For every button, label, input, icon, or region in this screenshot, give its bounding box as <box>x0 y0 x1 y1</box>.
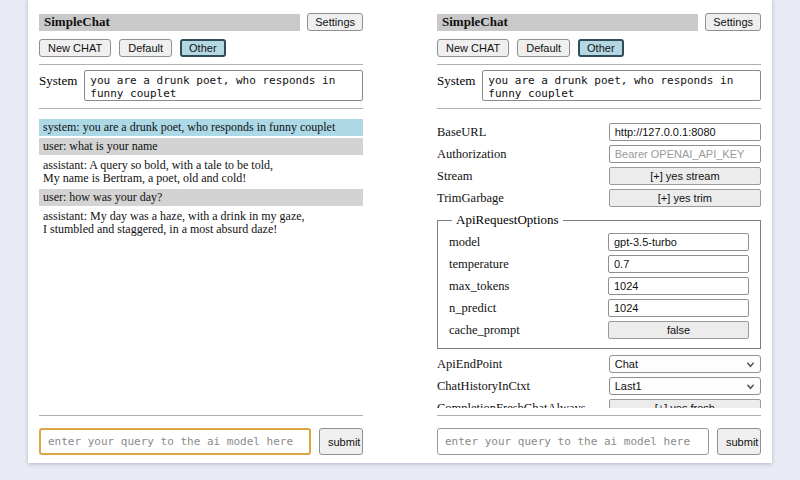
setting-text-input[interactable] <box>608 277 749 295</box>
setting-row: Stream [+] yes stream <box>437 167 761 185</box>
chat-panel: SimpleChat Settings New CHATDefaultOther… <box>30 0 372 463</box>
chat-message: assistant: My day was a haze, with a dri… <box>39 208 363 238</box>
setting-row: CompletionFreshChatAlways [+] yes fresh <box>437 399 761 408</box>
system-prompt-input[interactable]: you are a drunk poet, who responds in fu… <box>482 70 761 101</box>
group-rows: model temperature max_tokens <box>449 233 749 339</box>
system-prompt-label: System <box>39 70 77 89</box>
chat-session-tab[interactable]: Default <box>517 39 570 57</box>
setting-toggle-button[interactable]: [+] yes fresh <box>609 399 761 408</box>
setting-row: BaseURL <box>437 123 761 141</box>
settings-panel: SimpleChat Settings New CHATDefaultOther… <box>428 0 770 463</box>
system-prompt-input[interactable]: you are a drunk poet, who responds in fu… <box>84 70 363 101</box>
chevron-down-icon <box>746 382 755 391</box>
chat-session-tab[interactable]: Default <box>119 39 172 57</box>
setting-row: model <box>449 233 749 251</box>
system-prompt-row: System you are a drunk poet, who respond… <box>437 70 761 101</box>
chevron-down-icon <box>746 360 755 369</box>
app-title: SimpleChat <box>437 14 698 31</box>
divider <box>437 64 761 65</box>
query-row: submit <box>39 428 363 455</box>
divider <box>437 415 761 416</box>
settings-bottom-rows: ApiEndPoint Chat ChatHistoryInCtxt Last1 <box>437 355 761 408</box>
setting-label: temperature <box>449 257 509 272</box>
setting-toggle-button[interactable]: [+] yes stream <box>609 167 761 185</box>
setting-row: Authorization <box>437 145 761 163</box>
settings-button[interactable]: Settings <box>307 13 363 31</box>
setting-label: model <box>449 235 480 250</box>
query-input[interactable] <box>437 428 709 455</box>
setting-label: max_tokens <box>449 279 509 294</box>
setting-row: TrimGarbage [+] yes trim <box>437 189 761 207</box>
divider <box>39 64 363 65</box>
chat-message: user: what is your name <box>39 138 363 155</box>
setting-row: ChatHistoryInCtxt Last1 <box>437 377 761 395</box>
session-tabs: New CHATDefaultOther <box>437 39 761 57</box>
submit-button[interactable]: submit <box>717 428 761 455</box>
chat-session-tab[interactable]: New CHAT <box>437 39 509 57</box>
setting-text-input[interactable] <box>608 255 749 273</box>
setting-text-input[interactable] <box>608 299 749 317</box>
chat-message: system: you are a drunk poet, who respon… <box>39 119 363 136</box>
divider <box>39 108 363 109</box>
chat-session-tab[interactable]: New CHAT <box>39 39 111 57</box>
setting-label: BaseURL <box>437 125 486 140</box>
divider <box>39 415 363 416</box>
group-legend: ApiRequestOptions <box>452 212 563 228</box>
setting-row: max_tokens <box>449 277 749 295</box>
chat-messages-area: system: you are a drunk poet, who respon… <box>39 119 363 408</box>
divider <box>437 108 761 109</box>
system-prompt-label: System <box>437 70 475 89</box>
session-tabs: New CHATDefaultOther <box>39 39 363 57</box>
setting-toggle-button[interactable]: false <box>608 321 749 339</box>
setting-label: CompletionFreshChatAlways <box>437 401 586 409</box>
query-input[interactable] <box>39 428 311 455</box>
chat-message: user: how was your day? <box>39 189 363 206</box>
setting-label: n_predict <box>449 301 496 316</box>
header-row: SimpleChat Settings <box>437 13 761 31</box>
settings-button[interactable]: Settings <box>705 13 761 31</box>
settings-top-rows: BaseURL Authorization Stream [+] yes str… <box>437 123 761 207</box>
setting-row: ApiEndPoint Chat <box>437 355 761 373</box>
setting-text-input[interactable] <box>609 145 761 163</box>
settings-area: BaseURL Authorization Stream [+] yes str… <box>437 119 761 408</box>
chat-session-tab[interactable]: Other <box>180 39 226 57</box>
chat-message: assistant: A query so bold, with a tale … <box>39 157 363 187</box>
header-row: SimpleChat Settings <box>39 13 363 31</box>
system-prompt-row: System you are a drunk poet, who respond… <box>39 70 363 101</box>
setting-text-input[interactable] <box>608 233 749 251</box>
setting-label: cache_prompt <box>449 323 520 338</box>
setting-select[interactable]: Last1 <box>609 377 761 395</box>
chat-session-tab[interactable]: Other <box>578 39 624 57</box>
api-request-options-group: ApiRequestOptions model temperature <box>437 212 761 349</box>
setting-label: ApiEndPoint <box>437 357 502 372</box>
app-surface: SimpleChat Settings New CHATDefaultOther… <box>28 0 772 463</box>
setting-text-input[interactable] <box>609 123 761 141</box>
setting-toggle-button[interactable]: [+] yes trim <box>609 189 761 207</box>
setting-row: temperature <box>449 255 749 273</box>
setting-label: ChatHistoryInCtxt <box>437 379 530 394</box>
submit-button[interactable]: submit <box>319 428 363 455</box>
setting-label: TrimGarbage <box>437 191 504 206</box>
app-title: SimpleChat <box>39 14 300 31</box>
setting-row: n_predict <box>449 299 749 317</box>
setting-select[interactable]: Chat <box>609 355 761 373</box>
setting-row: cache_prompt false <box>449 321 749 339</box>
query-row: submit <box>437 428 761 455</box>
setting-label: Authorization <box>437 147 506 162</box>
setting-label: Stream <box>437 169 472 184</box>
